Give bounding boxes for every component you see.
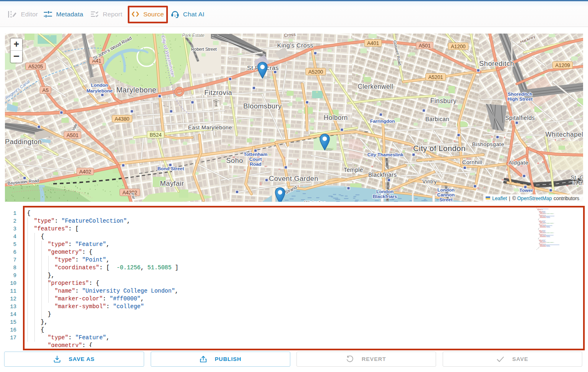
- svg-text:A5: A5: [42, 88, 48, 93]
- svg-text:A5200: A5200: [308, 69, 323, 75]
- svg-text:−: −: [13, 50, 19, 62]
- svg-text:Blackfriars: Blackfriars: [368, 171, 397, 178]
- svg-text:Waterloo: Waterloo: [305, 200, 326, 202]
- svg-text:Bishopsgate: Bishopsgate: [472, 141, 504, 147]
- svg-text:Fitzrovia: Fitzrovia: [204, 89, 232, 97]
- svg-text:A501: A501: [66, 133, 78, 138]
- svg-text:King's Cross: King's Cross: [277, 42, 314, 49]
- svg-text:A401: A401: [367, 41, 379, 46]
- svg-text:Holborn: Holborn: [324, 114, 348, 121]
- svg-text:Leaflet: Leaflet: [492, 196, 507, 201]
- svg-text:Temple: Temple: [344, 167, 363, 173]
- svg-text:Shoreditch: Shoreditch: [508, 92, 532, 97]
- svg-text:|: |: [509, 196, 510, 201]
- svg-text:+: +: [14, 39, 19, 50]
- svg-text:Park Estate: Park Estate: [182, 34, 204, 38]
- svg-text:Bloomsbury: Bloomsbury: [243, 102, 282, 110]
- svg-text:Soho: Soho: [226, 157, 243, 165]
- svg-text:St. G: St. G: [571, 174, 583, 180]
- svg-text:Paddington: Paddington: [5, 138, 42, 146]
- svg-text:B524: B524: [149, 132, 161, 138]
- svg-text:A402: A402: [79, 169, 91, 175]
- svg-text:Court: Court: [249, 157, 262, 162]
- svg-text:Farringdon: Farringdon: [370, 119, 395, 124]
- svg-text:A4380: A4380: [115, 116, 129, 122]
- svg-text:Cannon: Cannon: [437, 192, 455, 197]
- svg-text:A501: A501: [418, 43, 430, 49]
- svg-text:Cornhill: Cornhill: [462, 159, 482, 165]
- svg-text:contributors: contributors: [554, 196, 579, 201]
- svg-text:A1209: A1209: [555, 63, 570, 68]
- svg-text:Robert Street: Robert Street: [191, 47, 217, 52]
- svg-text:Tottenham: Tottenham: [244, 152, 267, 157]
- svg-text:Shoreditch: Shoreditch: [479, 60, 514, 68]
- svg-text:City of London: City of London: [413, 144, 466, 153]
- svg-text:Marylebone: Marylebone: [116, 86, 156, 94]
- svg-text:A1200: A1200: [451, 44, 466, 50]
- svg-text:Bond Street: Bond Street: [157, 166, 184, 171]
- svg-text:Whitechapel: Whitechapel: [545, 131, 583, 138]
- svg-text:A5205: A5205: [28, 64, 43, 70]
- svg-text:in th: in th: [572, 180, 583, 186]
- svg-text:Barbican: Barbican: [425, 116, 449, 122]
- svg-text:City Thameslink: City Thameslink: [367, 152, 404, 157]
- svg-text:Blackfriars: Blackfriars: [373, 194, 397, 199]
- svg-text:London: London: [376, 189, 394, 194]
- svg-text:Vintry: Vintry: [422, 178, 436, 185]
- svg-text:Street: Street: [439, 197, 453, 202]
- svg-text:Clerkenwell: Clerkenwell: [357, 83, 393, 90]
- svg-text:Aldgate: Aldgate: [509, 160, 529, 166]
- svg-text:Spitalfields: Spitalfields: [505, 115, 535, 121]
- svg-text:Covent Garden: Covent Garden: [269, 175, 319, 183]
- svg-text:Finsbury: Finsbury: [430, 97, 457, 104]
- svg-text:London: London: [91, 83, 108, 88]
- svg-text:High Street: High Street: [507, 97, 533, 101]
- svg-text:London: London: [437, 187, 455, 192]
- svg-text:OpenStreetMap: OpenStreetMap: [517, 196, 552, 201]
- svg-text:Mayfair: Mayfair: [160, 180, 184, 187]
- svg-text:Road: Road: [250, 162, 262, 167]
- svg-text:Marylebone: Marylebone: [86, 88, 113, 93]
- svg-text:A5201: A5201: [428, 74, 443, 80]
- svg-text:©: ©: [512, 196, 516, 201]
- svg-text:Tower: Tower: [519, 188, 533, 193]
- svg-text:East Marylebone: East Marylebone: [188, 124, 232, 131]
